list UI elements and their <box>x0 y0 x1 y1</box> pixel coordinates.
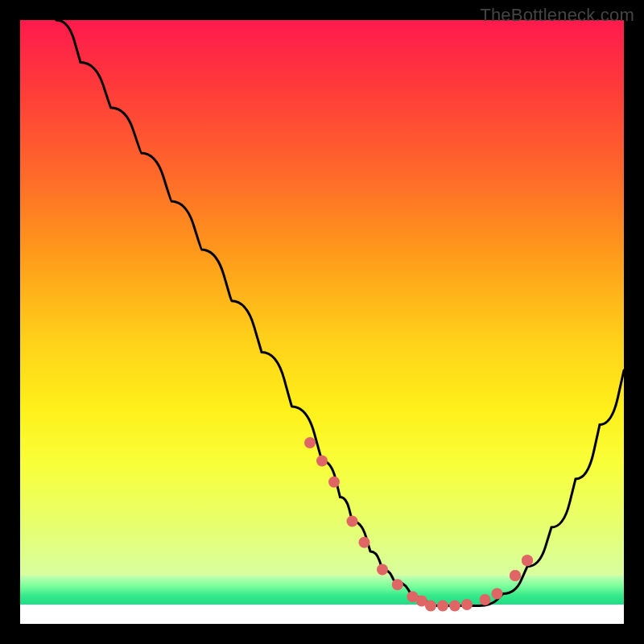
bottleneck-curve <box>56 20 624 606</box>
marker-point <box>304 437 316 448</box>
marker-point <box>392 579 403 590</box>
plot-area <box>20 20 624 624</box>
marker-point <box>510 570 521 581</box>
watermark-text: TheBottleneck.com <box>480 5 634 26</box>
marker-point <box>449 601 460 612</box>
marker-point <box>522 555 533 566</box>
curve-layer <box>20 20 624 624</box>
marker-point <box>461 599 473 610</box>
marker-point <box>359 537 370 548</box>
marker-point <box>347 516 358 527</box>
chart-stage: TheBottleneck.com <box>0 0 644 644</box>
marker-point <box>437 601 448 612</box>
highlight-markers <box>304 437 533 612</box>
marker-point <box>425 601 436 612</box>
marker-point <box>492 588 503 600</box>
marker-point <box>316 456 328 467</box>
marker-point <box>480 594 491 605</box>
marker-point <box>377 564 388 576</box>
marker-point <box>328 477 340 488</box>
